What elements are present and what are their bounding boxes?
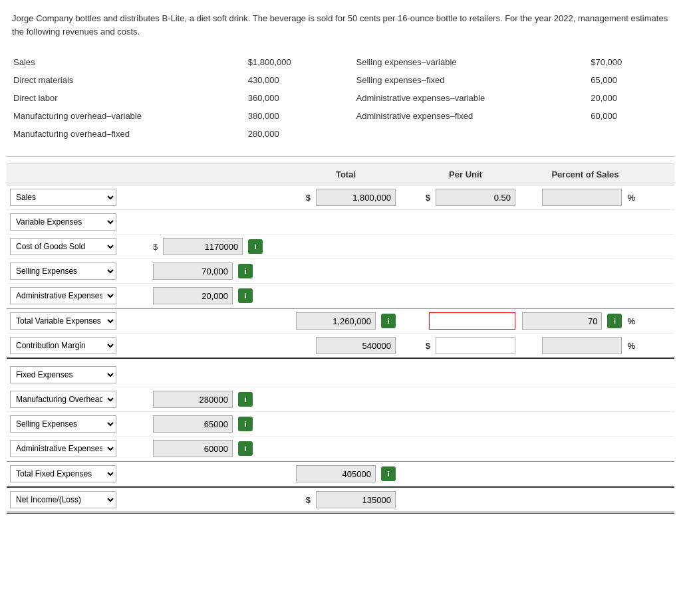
admin-fixed-sub-input[interactable] — [153, 440, 233, 457]
given-value-selling-fixed: 65,000 — [584, 71, 674, 89]
sales-total-input[interactable] — [316, 189, 396, 206]
row-net-income: Net Income/(Loss) $ — [7, 486, 674, 514]
given-row-4: Manufacturing overhead–fixed 280,000 — [7, 125, 674, 143]
variable-expenses-dropdown[interactable]: Variable Expenses — [10, 213, 116, 231]
total-fixed-dropdown[interactable]: Total Fixed Expenses — [10, 465, 116, 482]
given-row-1: Direct materials 430,000 Selling expense… — [7, 71, 674, 89]
given-row-3: Manufacturing overhead–variable 380,000 … — [7, 107, 674, 125]
net-income-label-col: Net Income/(Loss) — [7, 491, 153, 508]
cogs-dropdown[interactable]: Cost of Goods Sold — [10, 238, 116, 255]
sales-total-col: $ — [286, 189, 406, 206]
selling-fixed-info-icon[interactable]: i — [238, 417, 253, 431]
given-label-selling-var: Selling expenses–variable — [350, 53, 585, 71]
cogs-sub-dollar: $ — [153, 242, 158, 252]
selling-var-sub-col: i — [153, 262, 286, 280]
sales-dropdown[interactable]: Sales — [10, 189, 116, 206]
fixed-expenses-dropdown[interactable]: Fixed Expenses — [10, 366, 116, 383]
cm-percent-input[interactable] — [542, 337, 622, 354]
admin-var-info-icon[interactable]: i — [238, 288, 253, 303]
total-var-info-icon[interactable]: i — [381, 314, 396, 328]
given-label-direct-materials: Direct materials — [7, 71, 241, 89]
selling-var-info-icon[interactable]: i — [238, 264, 253, 278]
cm-total-input[interactable] — [316, 337, 396, 354]
cm-dropdown[interactable]: Contribution Margin — [10, 337, 116, 354]
row-selling-fixed: Selling Expenses i — [7, 412, 674, 437]
admin-fixed-dropdown[interactable]: Administrative Expenses — [10, 440, 116, 457]
net-income-total-col: $ — [286, 491, 406, 508]
row-contribution-margin: Contribution Margin $ % — [7, 334, 674, 359]
net-income-total-input[interactable] — [316, 491, 396, 508]
given-value-direct-labor: 360,000 — [241, 89, 350, 107]
row-sales: Sales $ $ % — [7, 185, 674, 210]
total-var-total-col: i — [286, 312, 406, 330]
given-label-direct-labor: Direct labor — [7, 89, 241, 107]
selling-fixed-sub-input[interactable] — [153, 415, 233, 433]
given-value-admin-var: 20,000 — [584, 89, 674, 107]
variable-expenses-label-col: Variable Expenses — [7, 213, 153, 231]
header-label-col — [7, 169, 153, 179]
row-admin-var: Administrative Expenses i — [7, 284, 674, 308]
selling-var-label-col: Selling Expenses — [7, 262, 153, 280]
sales-perunit-dollar: $ — [426, 193, 430, 203]
row-cogs: Cost of Goods Sold $ i — [7, 235, 674, 259]
cm-perunit-col: $ — [406, 337, 525, 354]
net-income-dropdown[interactable]: Net Income/(Loss) — [10, 491, 116, 508]
admin-fixed-label-col: Administrative Expenses — [7, 440, 153, 457]
total-var-total-input[interactable] — [296, 312, 376, 330]
mfg-overhead-label-col: Manufacturing Overhead — [7, 391, 153, 408]
fixed-expenses-label-col: Fixed Expenses — [7, 366, 153, 383]
total-var-percent-input[interactable] — [522, 312, 602, 330]
given-value-sales: $1,800,000 — [241, 53, 350, 71]
total-var-dropdown[interactable]: Total Variable Expenses — [10, 312, 116, 330]
cm-percent-col: % — [525, 337, 645, 354]
header-total: Total — [286, 169, 406, 179]
given-value-admin-fixed: 60,000 — [584, 107, 674, 125]
cogs-sub-col: $ i — [153, 238, 286, 255]
given-value-direct-materials: 430,000 — [241, 71, 350, 89]
cogs-sub-input[interactable] — [163, 238, 243, 255]
total-var-percent-col: i % — [525, 312, 645, 330]
given-data-table: Sales $1,800,000 Selling expenses–variab… — [7, 53, 674, 143]
total-var-label-col: Total Variable Expenses — [7, 312, 153, 330]
admin-var-dropdown[interactable]: Administrative Expenses — [10, 287, 116, 304]
header-percent: Percent of Sales — [525, 169, 645, 179]
row-total-fixed: Total Fixed Expenses i — [7, 461, 674, 486]
mfg-overhead-dropdown[interactable]: Manufacturing Overhead — [10, 391, 116, 408]
admin-var-sub-input[interactable] — [153, 287, 233, 304]
total-var-perunit-input[interactable] — [429, 312, 515, 330]
given-label-mfg-fixed: Manufacturing overhead–fixed — [7, 125, 241, 143]
selling-var-dropdown[interactable]: Selling Expenses — [10, 262, 116, 280]
given-value-selling-var: $70,000 — [584, 53, 674, 71]
cogs-info-icon[interactable]: i — [248, 239, 263, 254]
total-fixed-label-col: Total Fixed Expenses — [7, 465, 153, 482]
sales-perunit-col: $ — [406, 189, 525, 206]
row-selling-var: Selling Expenses i — [7, 259, 674, 284]
sales-percent-col: % — [525, 189, 645, 206]
admin-fixed-info-icon[interactable]: i — [238, 441, 253, 456]
section-divider — [7, 156, 674, 157]
sales-percent-sign: % — [627, 193, 635, 203]
total-fixed-total-input[interactable] — [296, 465, 376, 482]
sales-perunit-input[interactable] — [436, 189, 515, 206]
sales-label-col: Sales — [7, 189, 153, 206]
cm-perunit-input[interactable] — [436, 337, 515, 354]
cm-total-col — [286, 337, 406, 354]
header-perunit: Per Unit — [406, 169, 525, 179]
total-fixed-info-icon[interactable]: i — [381, 466, 396, 481]
mfg-overhead-info-icon[interactable]: i — [238, 392, 253, 407]
admin-var-label-col: Administrative Expenses — [7, 287, 153, 304]
given-value-mfg-fixed: 280,000 — [241, 125, 350, 143]
row-mfg-overhead: Manufacturing Overhead i — [7, 387, 674, 412]
admin-var-sub-col: i — [153, 287, 286, 304]
header-input-col — [153, 169, 286, 179]
total-var-percent-sign: % — [627, 316, 635, 326]
cogs-label-col: Cost of Goods Sold — [7, 238, 153, 255]
total-fixed-total-col: i — [286, 465, 406, 482]
total-var-perunit-col — [406, 312, 525, 330]
sales-percent-input[interactable] — [542, 189, 622, 206]
mfg-overhead-sub-input[interactable] — [153, 391, 233, 408]
selling-fixed-dropdown[interactable]: Selling Expenses — [10, 415, 116, 433]
selling-var-sub-input[interactable] — [153, 262, 233, 280]
total-var-percent-info[interactable]: i — [607, 314, 622, 328]
row-admin-fixed: Administrative Expenses i — [7, 437, 674, 461]
